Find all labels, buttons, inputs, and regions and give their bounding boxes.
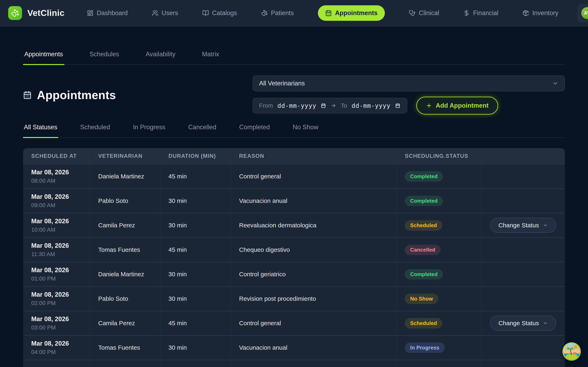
reason-cell: Control general bbox=[231, 311, 397, 335]
users-icon bbox=[152, 10, 158, 16]
nav-item-clinical[interactable]: Clinical bbox=[409, 9, 439, 17]
status-tab-in-progress[interactable]: In Progress bbox=[132, 124, 166, 138]
change-status-button[interactable]: Change Status bbox=[490, 218, 556, 233]
duration-cell bbox=[160, 360, 231, 367]
tab-matrix[interactable]: Matrix bbox=[201, 50, 220, 65]
col-scheduled-at: SCHEDULED AT bbox=[23, 148, 90, 164]
from-label: From bbox=[259, 102, 273, 109]
status-tab-all[interactable]: All Statuses bbox=[23, 124, 58, 138]
duration-cell: 45 min bbox=[160, 311, 231, 335]
veterinarian-cell bbox=[90, 360, 160, 367]
veterinarian-cell: Tomas Fuentes bbox=[90, 238, 160, 262]
nav-item-appointments[interactable]: Appointments bbox=[318, 5, 385, 21]
paw-icon bbox=[261, 10, 268, 16]
book-icon bbox=[202, 10, 209, 16]
from-date-input[interactable]: dd-mm-yyyy bbox=[277, 102, 316, 109]
appointment-date: Mar 08, 2026 bbox=[31, 315, 69, 323]
status-tab-completed[interactable]: Completed bbox=[238, 124, 271, 138]
package-icon bbox=[522, 10, 529, 16]
appointment-time: 03:00 PM bbox=[31, 324, 56, 331]
veterinarian-select-value: All Veterinarians bbox=[259, 80, 305, 87]
table-row: Mar 08, 2026 10:00 AM Camila Perez 30 mi… bbox=[23, 213, 565, 237]
appointment-time: 09:00 AM bbox=[31, 202, 55, 209]
to-date-input[interactable]: dd-mm-yyyy bbox=[352, 102, 390, 109]
status-tabs: All Statuses Scheduled In Progress Cance… bbox=[23, 124, 565, 138]
dashboard-icon bbox=[87, 10, 94, 16]
appointment-time: 08:00 AM bbox=[31, 178, 55, 184]
appointment-date: Mar 08, 2026 bbox=[31, 169, 69, 176]
tab-availability[interactable]: Availability bbox=[144, 50, 177, 65]
reason-cell: Control general bbox=[231, 164, 397, 188]
admin-menu-button[interactable]: AV Admin bbox=[578, 4, 588, 22]
appointment-time: 11:30 AM bbox=[31, 251, 55, 258]
reason-cell: Vacunacion anual bbox=[231, 336, 397, 360]
island-fab[interactable] bbox=[562, 342, 581, 361]
calendar-icon[interactable] bbox=[395, 103, 400, 108]
chevron-down-icon bbox=[543, 223, 548, 228]
dollar-icon bbox=[463, 10, 470, 16]
status-tab-cancelled[interactable]: Cancelled bbox=[187, 124, 217, 138]
veterinarian-cell: Daniela Martinez bbox=[90, 164, 160, 188]
veterinarian-select[interactable]: All Veterinarians bbox=[252, 75, 565, 91]
calendar-icon bbox=[325, 10, 332, 16]
appointment-time: 02:00 PM bbox=[31, 300, 56, 307]
reason-cell: Vacunacion anual bbox=[231, 189, 397, 213]
date-filter-line: From dd-mm-yyyy To dd-mm-yyyy bbox=[252, 97, 565, 115]
paw-icon bbox=[11, 9, 19, 17]
status-badge: Scheduled bbox=[405, 220, 442, 231]
appointment-date: Mar 08, 2026 bbox=[31, 340, 69, 347]
table-row: Mar 08, 2026 03:00 PM Camila Perez 45 mi… bbox=[23, 311, 565, 335]
appointment-time: 10:00 AM bbox=[31, 226, 55, 233]
calendar-icon[interactable] bbox=[321, 103, 326, 108]
col-actions bbox=[481, 148, 565, 164]
table-header: SCHEDULED AT VETERINARIAN DURATION (MIN)… bbox=[23, 148, 565, 164]
reason-cell: Chequeo digestivo bbox=[231, 238, 397, 262]
duration-cell: 30 min bbox=[160, 213, 231, 237]
tab-appointments[interactable]: Appointments bbox=[23, 50, 64, 65]
plus-icon bbox=[426, 103, 432, 109]
table-row: Mar 08, 2026 09:00 AM Pablo Soto 30 min … bbox=[23, 188, 565, 213]
status-badge: Completed bbox=[405, 196, 443, 206]
col-status: SCHEDULING.STATUS bbox=[397, 148, 481, 164]
brand: VetClinic bbox=[8, 6, 65, 20]
col-reason: REASON bbox=[231, 148, 397, 164]
stethoscope-icon bbox=[409, 10, 415, 16]
calendar-icon bbox=[23, 91, 32, 99]
appointment-time: 01:00 PM bbox=[31, 275, 56, 282]
status-badge: Cancelled bbox=[405, 245, 441, 255]
appointment-date: Mar 08, 2026 bbox=[31, 193, 69, 200]
page-title: Appointments bbox=[37, 88, 116, 102]
table-row: Mar 08, 2026 01:00 PM Daniela Martinez 3… bbox=[23, 262, 565, 286]
page-content: Appointments Schedules Availability Matr… bbox=[0, 50, 588, 367]
table-row: Mar 08, 2026 04:00 PM Tomas Fuentes 30 m… bbox=[23, 335, 565, 360]
change-status-button[interactable]: Change Status bbox=[490, 316, 556, 331]
veterinarian-cell: Camila Perez bbox=[90, 311, 160, 335]
veterinarian-cell: Pablo Soto bbox=[90, 189, 160, 213]
col-duration: DURATION (MIN) bbox=[160, 148, 231, 164]
table-row: Mar 08, 2026 11:30 AM Tomas Fuentes 45 m… bbox=[23, 237, 565, 262]
table-row: Mar 08, 2026 bbox=[23, 360, 565, 367]
reason-cell: Revision post procedimiento bbox=[231, 287, 397, 311]
nav-item-patients[interactable]: Patients bbox=[261, 9, 294, 17]
veterinarian-cell: Tomas Fuentes bbox=[90, 336, 160, 360]
reason-cell: Reevaluacion dermatologica bbox=[231, 213, 397, 237]
island-icon bbox=[562, 342, 581, 361]
duration-cell: 45 min bbox=[160, 164, 231, 188]
nav-item-users[interactable]: Users bbox=[152, 9, 178, 17]
nav-item-dashboard[interactable]: Dashboard bbox=[87, 9, 128, 17]
nav-item-inventory[interactable]: Inventory bbox=[522, 9, 558, 17]
add-appointment-button[interactable]: Add Appointment bbox=[416, 97, 498, 115]
nav-item-financial[interactable]: Financial bbox=[463, 9, 498, 17]
col-veterinarian: VETERINARIAN bbox=[90, 148, 160, 164]
status-badge: Completed bbox=[405, 269, 443, 280]
main-nav: Dashboard Users Catalogs Patients Appoin… bbox=[87, 5, 558, 21]
tab-schedules[interactable]: Schedules bbox=[88, 50, 121, 65]
table-row: Mar 08, 2026 08:00 AM Daniela Martinez 4… bbox=[23, 164, 565, 188]
appointments-table: SCHEDULED AT VETERINARIAN DURATION (MIN)… bbox=[23, 148, 565, 367]
filters: All Veterinarians From dd-mm-yyyy To d bbox=[252, 75, 565, 115]
status-badge: In Progress bbox=[405, 342, 445, 353]
date-range: From dd-mm-yyyy To dd-mm-yyyy bbox=[252, 98, 407, 114]
status-tab-no-show[interactable]: No Show bbox=[292, 124, 319, 138]
status-tab-scheduled[interactable]: Scheduled bbox=[79, 124, 111, 138]
nav-item-catalogs[interactable]: Catalogs bbox=[202, 9, 237, 17]
